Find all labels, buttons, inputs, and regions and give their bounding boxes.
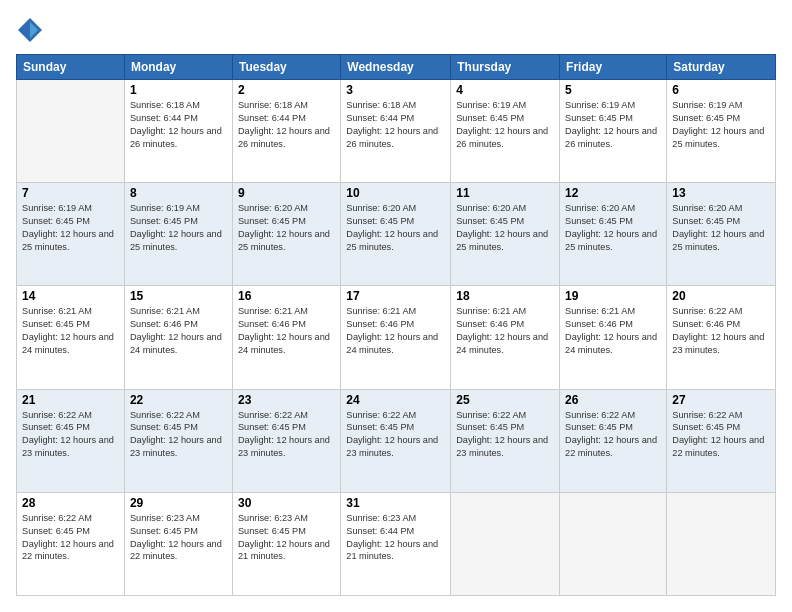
day-info: Sunrise: 6:20 AMSunset: 6:45 PMDaylight:… — [672, 202, 770, 254]
calendar-cell: 6Sunrise: 6:19 AMSunset: 6:45 PMDaylight… — [667, 80, 776, 183]
calendar-cell: 14Sunrise: 6:21 AMSunset: 6:45 PMDayligh… — [17, 286, 125, 389]
day-number: 16 — [238, 289, 335, 303]
day-info: Sunrise: 6:20 AMSunset: 6:45 PMDaylight:… — [565, 202, 661, 254]
day-info: Sunrise: 6:19 AMSunset: 6:45 PMDaylight:… — [130, 202, 227, 254]
day-info: Sunrise: 6:20 AMSunset: 6:45 PMDaylight:… — [456, 202, 554, 254]
calendar-cell: 17Sunrise: 6:21 AMSunset: 6:46 PMDayligh… — [341, 286, 451, 389]
day-info: Sunrise: 6:21 AMSunset: 6:45 PMDaylight:… — [22, 305, 119, 357]
col-header-wednesday: Wednesday — [341, 55, 451, 80]
calendar-cell: 27Sunrise: 6:22 AMSunset: 6:45 PMDayligh… — [667, 389, 776, 492]
day-number: 17 — [346, 289, 445, 303]
calendar-table: SundayMondayTuesdayWednesdayThursdayFrid… — [16, 54, 776, 596]
col-header-saturday: Saturday — [667, 55, 776, 80]
day-info: Sunrise: 6:19 AMSunset: 6:45 PMDaylight:… — [672, 99, 770, 151]
day-number: 6 — [672, 83, 770, 97]
calendar-cell: 9Sunrise: 6:20 AMSunset: 6:45 PMDaylight… — [232, 183, 340, 286]
calendar-cell: 2Sunrise: 6:18 AMSunset: 6:44 PMDaylight… — [232, 80, 340, 183]
day-info: Sunrise: 6:23 AMSunset: 6:45 PMDaylight:… — [238, 512, 335, 564]
calendar-cell: 16Sunrise: 6:21 AMSunset: 6:46 PMDayligh… — [232, 286, 340, 389]
calendar-cell: 7Sunrise: 6:19 AMSunset: 6:45 PMDaylight… — [17, 183, 125, 286]
day-number: 14 — [22, 289, 119, 303]
day-number: 18 — [456, 289, 554, 303]
day-number: 3 — [346, 83, 445, 97]
day-number: 9 — [238, 186, 335, 200]
week-row-2: 7Sunrise: 6:19 AMSunset: 6:45 PMDaylight… — [17, 183, 776, 286]
day-info: Sunrise: 6:21 AMSunset: 6:46 PMDaylight:… — [238, 305, 335, 357]
day-info: Sunrise: 6:22 AMSunset: 6:45 PMDaylight:… — [565, 409, 661, 461]
week-row-1: 1Sunrise: 6:18 AMSunset: 6:44 PMDaylight… — [17, 80, 776, 183]
day-info: Sunrise: 6:22 AMSunset: 6:45 PMDaylight:… — [22, 512, 119, 564]
calendar-cell: 22Sunrise: 6:22 AMSunset: 6:45 PMDayligh… — [124, 389, 232, 492]
day-info: Sunrise: 6:22 AMSunset: 6:45 PMDaylight:… — [456, 409, 554, 461]
col-header-thursday: Thursday — [451, 55, 560, 80]
calendar-cell: 5Sunrise: 6:19 AMSunset: 6:45 PMDaylight… — [560, 80, 667, 183]
day-number: 15 — [130, 289, 227, 303]
day-number: 11 — [456, 186, 554, 200]
day-number: 10 — [346, 186, 445, 200]
day-number: 29 — [130, 496, 227, 510]
day-number: 8 — [130, 186, 227, 200]
calendar-cell — [560, 492, 667, 595]
header — [16, 16, 776, 44]
day-info: Sunrise: 6:20 AMSunset: 6:45 PMDaylight:… — [346, 202, 445, 254]
day-number: 24 — [346, 393, 445, 407]
calendar-cell: 11Sunrise: 6:20 AMSunset: 6:45 PMDayligh… — [451, 183, 560, 286]
day-number: 21 — [22, 393, 119, 407]
day-info: Sunrise: 6:18 AMSunset: 6:44 PMDaylight:… — [130, 99, 227, 151]
day-info: Sunrise: 6:23 AMSunset: 6:45 PMDaylight:… — [130, 512, 227, 564]
day-info: Sunrise: 6:18 AMSunset: 6:44 PMDaylight:… — [346, 99, 445, 151]
day-info: Sunrise: 6:19 AMSunset: 6:45 PMDaylight:… — [456, 99, 554, 151]
day-info: Sunrise: 6:22 AMSunset: 6:45 PMDaylight:… — [22, 409, 119, 461]
calendar-cell: 20Sunrise: 6:22 AMSunset: 6:46 PMDayligh… — [667, 286, 776, 389]
calendar-cell: 25Sunrise: 6:22 AMSunset: 6:45 PMDayligh… — [451, 389, 560, 492]
day-info: Sunrise: 6:19 AMSunset: 6:45 PMDaylight:… — [565, 99, 661, 151]
day-number: 23 — [238, 393, 335, 407]
calendar-cell: 3Sunrise: 6:18 AMSunset: 6:44 PMDaylight… — [341, 80, 451, 183]
day-number: 19 — [565, 289, 661, 303]
day-info: Sunrise: 6:22 AMSunset: 6:46 PMDaylight:… — [672, 305, 770, 357]
calendar-cell: 23Sunrise: 6:22 AMSunset: 6:45 PMDayligh… — [232, 389, 340, 492]
calendar-cell: 18Sunrise: 6:21 AMSunset: 6:46 PMDayligh… — [451, 286, 560, 389]
day-info: Sunrise: 6:21 AMSunset: 6:46 PMDaylight:… — [456, 305, 554, 357]
day-info: Sunrise: 6:21 AMSunset: 6:46 PMDaylight:… — [130, 305, 227, 357]
calendar-cell: 1Sunrise: 6:18 AMSunset: 6:44 PMDaylight… — [124, 80, 232, 183]
day-number: 22 — [130, 393, 227, 407]
day-info: Sunrise: 6:20 AMSunset: 6:45 PMDaylight:… — [238, 202, 335, 254]
page: SundayMondayTuesdayWednesdayThursdayFrid… — [0, 0, 792, 612]
day-info: Sunrise: 6:22 AMSunset: 6:45 PMDaylight:… — [238, 409, 335, 461]
day-number: 5 — [565, 83, 661, 97]
calendar-cell — [667, 492, 776, 595]
day-number: 7 — [22, 186, 119, 200]
day-info: Sunrise: 6:23 AMSunset: 6:44 PMDaylight:… — [346, 512, 445, 564]
day-number: 31 — [346, 496, 445, 510]
day-number: 28 — [22, 496, 119, 510]
logo-icon — [16, 16, 44, 44]
day-number: 30 — [238, 496, 335, 510]
calendar-cell: 12Sunrise: 6:20 AMSunset: 6:45 PMDayligh… — [560, 183, 667, 286]
calendar-cell: 10Sunrise: 6:20 AMSunset: 6:45 PMDayligh… — [341, 183, 451, 286]
calendar-cell: 19Sunrise: 6:21 AMSunset: 6:46 PMDayligh… — [560, 286, 667, 389]
calendar-cell: 28Sunrise: 6:22 AMSunset: 6:45 PMDayligh… — [17, 492, 125, 595]
day-info: Sunrise: 6:18 AMSunset: 6:44 PMDaylight:… — [238, 99, 335, 151]
day-info: Sunrise: 6:22 AMSunset: 6:45 PMDaylight:… — [672, 409, 770, 461]
day-number: 2 — [238, 83, 335, 97]
day-info: Sunrise: 6:22 AMSunset: 6:45 PMDaylight:… — [130, 409, 227, 461]
day-number: 12 — [565, 186, 661, 200]
calendar-cell: 29Sunrise: 6:23 AMSunset: 6:45 PMDayligh… — [124, 492, 232, 595]
day-info: Sunrise: 6:21 AMSunset: 6:46 PMDaylight:… — [346, 305, 445, 357]
day-info: Sunrise: 6:21 AMSunset: 6:46 PMDaylight:… — [565, 305, 661, 357]
calendar-cell: 24Sunrise: 6:22 AMSunset: 6:45 PMDayligh… — [341, 389, 451, 492]
day-number: 4 — [456, 83, 554, 97]
col-header-sunday: Sunday — [17, 55, 125, 80]
calendar-cell: 15Sunrise: 6:21 AMSunset: 6:46 PMDayligh… — [124, 286, 232, 389]
day-number: 1 — [130, 83, 227, 97]
day-number: 13 — [672, 186, 770, 200]
calendar-cell: 13Sunrise: 6:20 AMSunset: 6:45 PMDayligh… — [667, 183, 776, 286]
calendar-header-row: SundayMondayTuesdayWednesdayThursdayFrid… — [17, 55, 776, 80]
week-row-4: 21Sunrise: 6:22 AMSunset: 6:45 PMDayligh… — [17, 389, 776, 492]
week-row-3: 14Sunrise: 6:21 AMSunset: 6:45 PMDayligh… — [17, 286, 776, 389]
day-number: 27 — [672, 393, 770, 407]
calendar-cell: 8Sunrise: 6:19 AMSunset: 6:45 PMDaylight… — [124, 183, 232, 286]
calendar-cell: 4Sunrise: 6:19 AMSunset: 6:45 PMDaylight… — [451, 80, 560, 183]
calendar-cell — [451, 492, 560, 595]
